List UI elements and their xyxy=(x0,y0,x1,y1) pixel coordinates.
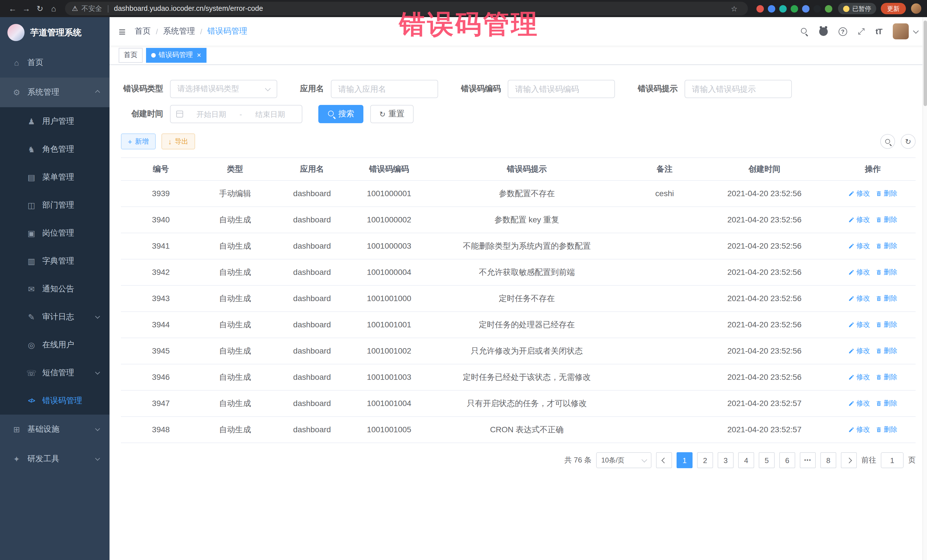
sidebar-item-label: 字典管理 xyxy=(42,256,99,266)
date-range-picker[interactable]: - xyxy=(170,105,302,123)
error-hint-input[interactable] xyxy=(685,80,792,98)
start-date-input[interactable] xyxy=(185,110,237,118)
edit-button[interactable]: 修改 xyxy=(848,214,870,226)
prev-page-button[interactable] xyxy=(656,452,672,468)
sidebar-item[interactable]: ✎审计日志 xyxy=(0,303,109,331)
sidebar-item[interactable]: ▤菜单管理 xyxy=(0,163,109,191)
bookmark-star-icon[interactable]: ☆ xyxy=(727,2,741,15)
delete-button[interactable]: 删除 xyxy=(876,398,897,410)
tab-home[interactable]: 首页 xyxy=(119,48,143,62)
edit-button[interactable]: 修改 xyxy=(848,345,870,357)
reload-icon[interactable]: ↻ xyxy=(33,2,47,15)
delete-button[interactable]: 删除 xyxy=(876,371,897,383)
page-button[interactable]: 5 xyxy=(759,452,775,468)
delete-button[interactable]: 删除 xyxy=(876,240,897,252)
forward-icon[interactable]: → xyxy=(20,2,33,15)
extension-icon[interactable] xyxy=(768,5,775,12)
page-button[interactable]: ••• xyxy=(800,452,816,468)
scrollbar[interactable] xyxy=(922,17,927,560)
edit-button[interactable]: 修改 xyxy=(848,319,870,331)
add-button[interactable]: + 新增 xyxy=(121,134,155,149)
cell-code: 1001001005 xyxy=(355,417,423,443)
github-icon[interactable] xyxy=(819,27,828,36)
page-button[interactable]: 2 xyxy=(697,452,713,468)
cell-ops: 修改删除 xyxy=(830,312,916,338)
sidebar-item[interactable]: ◫部门管理 xyxy=(0,191,109,219)
page-button[interactable]: 8 xyxy=(820,452,836,468)
page-size-select[interactable]: 10条/页 xyxy=(596,452,652,468)
page-button[interactable]: 6 xyxy=(779,452,795,468)
cell-remark xyxy=(631,233,699,259)
update-button[interactable]: 更新 xyxy=(881,3,906,14)
sidebar-item[interactable]: ♟用户管理 xyxy=(0,107,109,135)
sidebar-item[interactable]: ⊞基础设施 xyxy=(0,414,109,444)
font-size-icon[interactable]: tT xyxy=(876,27,882,36)
toggle-search-button[interactable] xyxy=(880,134,895,149)
page-button[interactable]: 3 xyxy=(718,452,734,468)
export-button[interactable]: ↓ 导出 xyxy=(161,134,195,149)
refresh-table-button[interactable]: ↻ xyxy=(901,134,916,149)
error-type-select[interactable]: 请选择错误码类型 xyxy=(170,80,277,98)
edit-button[interactable]: 修改 xyxy=(848,240,870,252)
extension-icon[interactable] xyxy=(802,5,810,12)
user-avatar[interactable] xyxy=(893,23,909,39)
app-logo[interactable]: 芋道管理系统 xyxy=(0,17,109,48)
edit-button[interactable]: 修改 xyxy=(848,371,870,383)
delete-button[interactable]: 删除 xyxy=(876,319,897,331)
edit-button[interactable]: 修改 xyxy=(848,266,870,278)
extension-icon[interactable] xyxy=(779,5,787,12)
roles-icon: ♞ xyxy=(26,144,36,154)
extension-icon[interactable] xyxy=(757,5,764,12)
breadcrumb-home[interactable]: 首页 xyxy=(135,26,151,36)
search-icon[interactable] xyxy=(800,27,808,35)
delete-button[interactable]: 删除 xyxy=(876,214,897,226)
edit-label: 修改 xyxy=(856,240,870,252)
edit-button[interactable]: 修改 xyxy=(848,188,870,200)
hamburger-icon[interactable]: ≡ xyxy=(119,25,126,37)
delete-button[interactable]: 删除 xyxy=(876,188,897,200)
browser-profile-avatar[interactable] xyxy=(911,3,921,14)
sidebar-item[interactable]: ✦研发工具 xyxy=(0,444,109,474)
sidebar-item-system[interactable]: ⚙ 系统管理 xyxy=(0,77,109,107)
reset-button[interactable]: ↻ 重置 xyxy=(370,105,413,123)
edit-button[interactable]: 修改 xyxy=(848,398,870,410)
extension-icon[interactable] xyxy=(813,5,821,12)
menu-list-icon: ▤ xyxy=(26,173,36,182)
end-date-input[interactable] xyxy=(244,110,296,118)
sidebar-item[interactable]: ♞角色管理 xyxy=(0,135,109,163)
sidebar-item[interactable]: ✉通知公告 xyxy=(0,275,109,303)
breadcrumb-system[interactable]: 系统管理 xyxy=(163,26,195,36)
tab-error-code[interactable]: 错误码管理 × xyxy=(146,48,206,62)
edit-button[interactable]: 修改 xyxy=(848,293,870,305)
address-bar[interactable]: ⚠ 不安全 dashboard.yudao.iocoder.cn/system/… xyxy=(65,2,748,15)
sidebar-item[interactable]: </>错误码管理 xyxy=(0,387,109,414)
extension-icon[interactable] xyxy=(791,5,798,12)
search-button[interactable]: 搜索 xyxy=(318,105,363,123)
help-icon[interactable]: ? xyxy=(839,27,847,36)
sidebar-item[interactable]: ▣岗位管理 xyxy=(0,219,109,247)
page-button[interactable]: 1 xyxy=(676,452,693,468)
sidebar-item-home[interactable]: ⌂ 首页 xyxy=(0,48,109,77)
edit-button[interactable]: 修改 xyxy=(848,424,870,436)
delete-button[interactable]: 删除 xyxy=(876,293,897,305)
back-icon[interactable]: ← xyxy=(6,2,20,15)
page-button[interactable]: 4 xyxy=(738,452,754,468)
fullscreen-icon[interactable]: ⤢ xyxy=(858,26,865,36)
delete-button[interactable]: 删除 xyxy=(876,345,897,357)
error-code-input[interactable] xyxy=(508,80,615,98)
scrollbar-thumb[interactable] xyxy=(923,21,927,106)
browser-home-icon[interactable]: ⌂ xyxy=(47,2,61,15)
paused-badge[interactable]: 已暂停 xyxy=(838,3,876,14)
delete-button[interactable]: 删除 xyxy=(876,424,897,436)
sidebar-item[interactable]: ▥字典管理 xyxy=(0,247,109,275)
next-page-button[interactable] xyxy=(841,452,857,468)
chevron-down-icon[interactable] xyxy=(913,28,919,33)
table-body: 3939手动编辑dashboard1001000001参数配置不存在ceshi2… xyxy=(121,181,916,443)
app-name-input[interactable] xyxy=(331,80,438,98)
delete-button[interactable]: 删除 xyxy=(876,266,897,278)
sidebar-item[interactable]: ◎在线用户 xyxy=(0,331,109,359)
sidebar-item[interactable]: ☏短信管理 xyxy=(0,359,109,387)
goto-page-input[interactable] xyxy=(881,452,904,468)
close-icon[interactable]: × xyxy=(197,51,201,59)
extension-icon[interactable] xyxy=(825,5,832,12)
